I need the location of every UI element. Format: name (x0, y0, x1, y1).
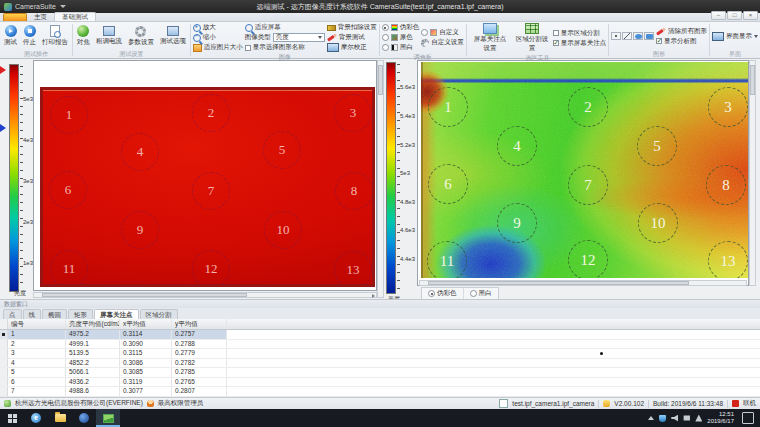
taskbar-clock[interactable]: 12:51 2019/6/17 (707, 411, 734, 425)
start-button[interactable] (0, 409, 24, 427)
measure-point-6[interactable]: 6 (49, 171, 87, 209)
tab-home[interactable]: 主页 (27, 13, 54, 21)
show-analysis-checkbox[interactable]: 显示分析图 (656, 37, 707, 46)
show-region-split-checkbox[interactable]: 显示区域分割 (553, 29, 607, 38)
table-row[interactable]: 35139.50.31150.2779 (0, 349, 760, 359)
network-icon[interactable] (695, 415, 702, 422)
fit-image-button[interactable]: 适应图片大小 (193, 43, 243, 52)
zoom-in-button[interactable]: +放大 (193, 23, 243, 32)
print-report-button[interactable]: 打印报告 (40, 25, 70, 47)
close-button[interactable]: × (743, 11, 758, 20)
volume-icon[interactable] (671, 415, 678, 422)
line-tool-button[interactable] (622, 32, 632, 40)
action-center-icon[interactable] (742, 412, 754, 424)
fit-screen-button[interactable]: 适应屏幕 (245, 23, 325, 32)
left-image-panel[interactable]: 1 2 3 4 5 6 7 8 9 10 11 12 13 (33, 60, 377, 291)
left-horizontal-scrollbar[interactable] (33, 292, 377, 298)
table-row[interactable]: 74988.60.30770.2807 (0, 387, 760, 397)
measure-point-6[interactable]: 6 (428, 164, 468, 204)
measure-point-13[interactable]: 13 (708, 241, 748, 278)
tab-line[interactable]: 线 (23, 309, 42, 319)
clear-all-shapes-button[interactable]: 清除所有图形 (656, 27, 707, 36)
table-row[interactable]: 14975.20.31140.2757 (0, 330, 760, 340)
scrollbar-thumb[interactable] (750, 65, 755, 95)
measure-point-11[interactable]: 11 (427, 241, 467, 278)
measure-point-3[interactable]: 3 (334, 94, 372, 132)
scrollbar-thumb[interactable] (42, 293, 247, 297)
edge-browser-button[interactable]: e (24, 409, 48, 427)
table-row[interactable]: 44852.20.30860.2782 (0, 359, 760, 369)
black-white-radio[interactable]: 黑白 (382, 43, 420, 52)
measure-point-1[interactable]: 1 (428, 87, 468, 127)
focus-button[interactable]: 对焦 (75, 25, 92, 47)
bg-test-button[interactable]: 背景测试 (327, 33, 377, 42)
test-options-button[interactable]: 测试选项 (158, 26, 188, 46)
tab-region-split[interactable]: 区域分割 (140, 309, 178, 319)
app-button-blue[interactable] (72, 409, 96, 427)
measure-point-1[interactable]: 1 (50, 96, 88, 134)
measure-point-12[interactable]: 12 (568, 240, 608, 278)
col-y-avg[interactable]: y平均值 (172, 319, 227, 329)
region-split-settings-button[interactable]: 区域分割设置 (513, 23, 550, 53)
tray-expand-icon[interactable] (648, 416, 654, 420)
right-image-panel[interactable]: 1 2 3 4 5 6 7 8 9 10 11 12 13 (417, 60, 749, 286)
col-x-avg[interactable]: x平均值 (120, 319, 172, 329)
show-screen-points-checkbox[interactable]: 显示屏幕关注点 (553, 39, 607, 48)
screen-points-settings-button[interactable]: 屏幕关注点设置 (469, 23, 512, 53)
pseudo-color-radio[interactable]: 伪彩色 (422, 288, 464, 299)
right-horizontal-scrollbar[interactable] (419, 280, 747, 286)
luminance-image-red[interactable]: 1 2 3 4 5 6 7 8 9 10 11 12 13 (40, 87, 375, 287)
measure-point-9[interactable]: 9 (121, 211, 159, 249)
measure-point-7[interactable]: 7 (192, 172, 230, 210)
tab-basic-test[interactable]: 基础测试 (54, 12, 96, 21)
right-vertical-scrollbar[interactable] (749, 60, 756, 286)
show-selected-names-checkbox[interactable]: 显示选择图形名称 (245, 43, 325, 52)
quick-access-caret-icon[interactable] (60, 5, 66, 8)
measure-point-11[interactable]: 11 (50, 250, 88, 287)
original-color-radio[interactable]: 原色 (382, 33, 420, 42)
table-row[interactable]: 55066.10.30850.2785 (0, 368, 760, 378)
stop-button[interactable]: 停止 (21, 25, 38, 47)
measure-point-7[interactable]: 7 (568, 165, 608, 205)
bg-subtract-button[interactable]: 背景扣除设置 (327, 23, 377, 32)
custom-radio[interactable]: 自定义 (421, 28, 464, 37)
defender-icon[interactable] (659, 415, 666, 422)
measure-point-4[interactable]: 4 (121, 133, 159, 171)
pseudo-color-radio[interactable]: 伪彩色 (382, 23, 420, 32)
maximize-button[interactable]: □ (727, 11, 742, 20)
application-menu-button[interactable] (3, 13, 27, 21)
measure-point-5[interactable]: 5 (263, 131, 301, 169)
measure-point-12[interactable]: 12 (192, 250, 230, 287)
tab-rectangle[interactable]: 矩形 (68, 309, 93, 319)
scrollbar-thumb[interactable] (428, 281, 689, 285)
middle-vertical-scrollbar[interactable] (377, 60, 384, 298)
measure-point-9[interactable]: 9 (497, 203, 537, 243)
tab-point[interactable]: 点 (3, 309, 22, 319)
black-white-radio[interactable]: 黑白 (464, 288, 498, 299)
measure-point-3[interactable]: 3 (708, 87, 748, 127)
luminance-heatmap-image[interactable]: 1 2 3 4 5 6 7 8 9 10 11 12 13 (421, 62, 748, 278)
col-luminance-avg[interactable]: 亮度平均值(cd/m2) (66, 319, 120, 329)
row-selector[interactable] (0, 330, 8, 339)
minimize-button[interactable]: – (711, 11, 726, 20)
row-selector[interactable] (0, 368, 8, 377)
param-settings-button[interactable]: 参数设置 (126, 26, 156, 47)
test-button[interactable]: 测试 (2, 25, 19, 47)
measure-point-4[interactable]: 4 (497, 126, 537, 166)
measure-point-8[interactable]: 8 (335, 172, 373, 210)
row-selector[interactable] (0, 378, 8, 387)
rectangle-tool-button[interactable] (644, 32, 654, 40)
point-tool-button[interactable] (611, 32, 621, 40)
col-id[interactable]: 编号 (8, 319, 66, 329)
measure-point-10[interactable]: 10 (264, 211, 302, 249)
tab-screen-points[interactable]: 屏幕关注点 (94, 309, 139, 319)
table-row[interactable]: 24999.10.30900.2788 (0, 340, 760, 350)
table-row[interactable]: 64936.20.31190.2765 (0, 378, 760, 388)
moire-correction-button[interactable]: 摩尔校正 (327, 43, 377, 52)
tab-ellipse[interactable]: 椭圆 (42, 309, 67, 319)
measure-point-5[interactable]: 5 (637, 126, 677, 166)
measure-point-10[interactable]: 10 (638, 203, 678, 243)
scroll-right-arrow-icon[interactable] (372, 294, 375, 298)
file-explorer-button[interactable] (48, 409, 72, 427)
measure-point-8[interactable]: 8 (706, 165, 746, 205)
